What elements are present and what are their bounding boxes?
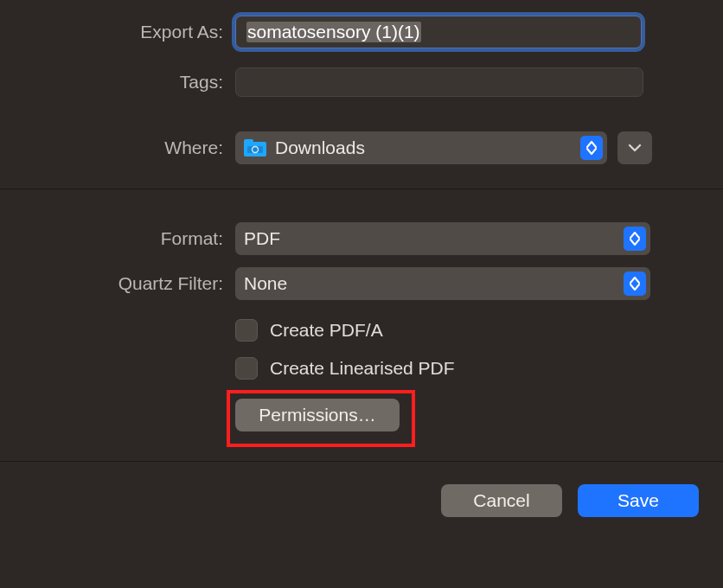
tags-input[interactable] [235,67,643,97]
export-dialog: Export As: somatosensory (1)(1) Tags: Wh… [0,0,723,588]
export-as-value: somatosensory (1)(1) [246,22,421,42]
permissions-button[interactable]: Permissions… [235,399,400,431]
export-as-input[interactable]: somatosensory (1)(1) [235,16,642,48]
save-button[interactable]: Save [578,484,699,517]
dialog-buttons: Cancel Save [0,462,723,541]
chevron-down-icon [628,144,642,152]
format-dropdown[interactable]: PDF [235,222,650,255]
expand-button[interactable] [617,131,652,164]
format-label: Format: [24,228,235,249]
where-dropdown[interactable]: Downloads [235,131,607,164]
create-linearised-checkbox[interactable] [235,357,258,380]
options-section: Format: PDF Quartz Filter: None Cre [0,189,723,462]
quartz-filter-value: None [244,273,287,294]
create-pdfa-label: Create PDF/A [270,320,383,341]
create-pdfa-checkbox[interactable] [235,319,258,342]
file-section: Export As: somatosensory (1)(1) Tags: Wh… [0,0,723,189]
where-value: Downloads [275,137,365,158]
export-as-label: Export As: [24,22,235,42]
where-label: Where: [24,137,235,158]
create-linearised-label: Create Linearised PDF [270,358,455,379]
quartz-filter-label: Quartz Filter: [24,273,235,294]
quartz-filter-dropdown[interactable]: None [235,267,650,300]
updown-stepper-icon [624,272,646,296]
format-value: PDF [244,228,280,249]
tags-label: Tags: [24,72,235,93]
updown-stepper-icon [624,227,646,251]
folder-icon [244,139,266,157]
cancel-button[interactable]: Cancel [441,484,562,517]
svg-rect-1 [244,139,253,144]
updown-stepper-icon [580,136,603,160]
